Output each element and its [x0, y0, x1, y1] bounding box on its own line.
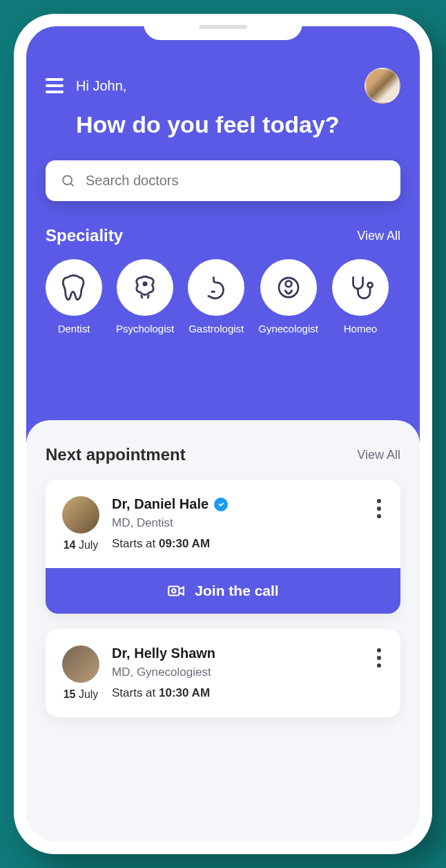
speciality-view-all[interactable]: View All: [357, 229, 400, 243]
doctor-credentials: MD, Dentist: [112, 516, 362, 530]
speciality-list: Dentist Psychologist: [46, 259, 400, 334]
speciality-item-gastrologist[interactable]: Gastrologist: [188, 259, 244, 334]
speciality-label: Homeo: [344, 323, 377, 334]
speciality-item-psychologist[interactable]: Psychologist: [116, 259, 174, 334]
appointments-title: Next appointment: [46, 445, 186, 464]
appointment-date: 14 July: [64, 539, 99, 551]
brain-icon: [130, 273, 159, 302]
svg-point-7: [172, 589, 175, 592]
tooth-icon: [59, 273, 88, 302]
speciality-label: Psychologist: [116, 323, 174, 334]
appointment-time: Starts at 09:30 AM: [112, 537, 362, 551]
svg-point-0: [63, 176, 72, 185]
page-headline: How do you feel today?: [76, 109, 400, 140]
doctor-credentials: MD, Gynecologiest: [112, 666, 362, 679]
appointment-card[interactable]: 14 July Dr, Daniel Hale MD, Dentist Sta: [46, 480, 400, 614]
stethoscope-icon: [346, 273, 375, 302]
speciality-item-homeo[interactable]: Homeo: [332, 259, 389, 334]
appointment-date: 15 July: [64, 688, 99, 701]
speciality-label: Gastrologist: [188, 323, 244, 334]
stomach-icon: [202, 273, 231, 302]
speciality-item-dentist[interactable]: Dentist: [46, 259, 102, 334]
greeting-text: Hi John,: [76, 78, 126, 94]
search-bar[interactable]: [46, 160, 400, 201]
more-menu-button[interactable]: [374, 645, 384, 670]
svg-rect-6: [168, 587, 179, 596]
video-icon: [167, 582, 185, 600]
speciality-label: Gynecologist: [258, 323, 318, 334]
doctor-avatar: [62, 496, 99, 534]
svg-point-5: [367, 283, 372, 287]
appointment-time: Starts at 10:30 AM: [112, 686, 362, 700]
appointments-view-all[interactable]: View All: [357, 448, 400, 462]
menu-button[interactable]: [46, 78, 64, 93]
doctor-name: Dr, Helly Shawn: [112, 645, 362, 661]
doctor-name: Dr, Daniel Hale: [112, 496, 362, 512]
speciality-item-gynecologist[interactable]: Gynecologist: [258, 259, 318, 334]
svg-point-2: [144, 283, 146, 285]
verified-icon: [214, 498, 228, 511]
more-menu-button[interactable]: [374, 496, 384, 521]
svg-point-4: [285, 281, 291, 287]
appointment-card[interactable]: 15 July Dr, Helly Shawn MD, Gynecologies…: [46, 629, 400, 717]
join-call-button[interactable]: Join the call: [46, 568, 400, 614]
search-icon: [61, 173, 76, 189]
doctor-avatar: [62, 645, 99, 683]
speciality-title: Speciality: [46, 226, 123, 245]
svg-line-1: [70, 183, 73, 186]
speciality-label: Dentist: [58, 323, 90, 334]
search-input[interactable]: [86, 173, 385, 189]
profile-avatar[interactable]: [365, 68, 400, 104]
baby-icon: [274, 273, 303, 302]
